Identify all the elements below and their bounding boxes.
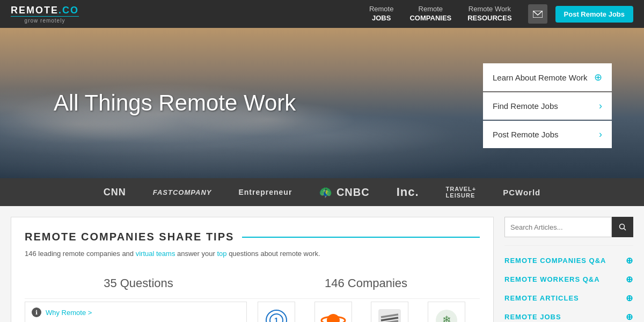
search-icon: [619, 223, 626, 231]
hero-title: All Things Remote Work: [0, 90, 483, 116]
1password-svg: 1: [265, 309, 288, 322]
nav-area: RemoteJOBS RemoteCOMPANIES Remote WorkRE…: [369, 4, 633, 24]
section-description: 146 leading remote companies and virtual…: [25, 250, 480, 258]
nav-resources[interactable]: Remote WorkRESOURCES: [467, 5, 511, 23]
learn-btn-label: Learn About Remote Work: [493, 73, 587, 82]
remote-jobs-label: REMOTE JOBS: [504, 313, 561, 321]
svg-text:1: 1: [274, 316, 279, 322]
saturn-svg: [319, 309, 347, 322]
logo-text: REMOTE.CO: [11, 5, 79, 16]
post-btn-label: Post Remote Jobs: [493, 130, 559, 139]
virtual-teams-link[interactable]: virtual teams: [136, 250, 175, 258]
remote-workers-qa-label: REMOTE WORKERS Q&A: [504, 275, 600, 283]
search-input[interactable]: [504, 217, 612, 237]
inc-logo: Inc.: [397, 185, 419, 199]
top-link[interactable]: top: [217, 250, 226, 258]
mail-icon[interactable]: [528, 4, 547, 24]
desc-text-2: answer your: [175, 250, 217, 258]
travel-leisure-logo: TRAVEL+LEISURE: [446, 186, 477, 199]
nbc-logo: 🦚 CNBC: [319, 186, 369, 199]
remote-companies-qa-label: REMOTE COMPANIES Q&A: [504, 257, 606, 265]
nav-resources-label: RESOURCES: [467, 14, 511, 23]
companies-column: 1: [258, 302, 480, 322]
svg-text:❄: ❄: [442, 314, 451, 322]
remote-companies-qa-link[interactable]: REMOTE COMPANIES Q&A ⊕: [504, 251, 633, 270]
logo-sub: grow remotely: [11, 16, 79, 24]
company-logo-saturn[interactable]: [314, 302, 352, 322]
questions-stat: 35 Questions: [25, 268, 252, 299]
plus-icon-3: ⊕: [626, 293, 633, 303]
chevron-right-icon-2: ›: [599, 129, 602, 140]
logo-area[interactable]: REMOTE.CO grow remotely: [11, 5, 79, 24]
cnn-logo: CNN: [104, 187, 126, 198]
entrepreneur-logo: Entrepreneur: [238, 188, 292, 196]
desc-text-3: questions about remote work.: [227, 250, 320, 258]
info-icon: ℹ: [32, 308, 41, 317]
desc-text-1: 146 leading remote companies and: [25, 250, 136, 258]
nav-icons: Post Remote Jobs: [528, 4, 633, 24]
remote-articles-label: REMOTE ARTICLES: [504, 294, 579, 302]
snowflake-svg: ❄: [435, 309, 458, 322]
nav-jobs-label: JOBS: [369, 14, 394, 23]
hero-actions: Learn About Remote Work ⊕ Find Remote Jo…: [483, 63, 612, 148]
learn-about-remote-work-button[interactable]: Learn About Remote Work ⊕: [483, 63, 612, 91]
pcworld-logo: PCWorld: [503, 188, 540, 197]
why-remote-link[interactable]: ℹ Why Remote >: [25, 302, 247, 322]
section-title: REMOTE COMPANIES SHARE TIPS: [25, 231, 480, 243]
company-logo-snowflake[interactable]: ❄: [428, 302, 465, 322]
svg-line-21: [624, 229, 626, 231]
remote-workers-qa-link[interactable]: REMOTE WORKERS Q&A ⊕: [504, 270, 633, 289]
envelope-svg: [533, 11, 543, 18]
stats-row: 35 Questions 146 Companies: [25, 268, 480, 299]
hero-section: All Things Remote Work Learn About Remot…: [0, 28, 644, 178]
header: REMOTE.CO grow remotely RemoteJOBS Remot…: [0, 0, 644, 28]
search-box: [504, 217, 633, 237]
company-logo-stripe[interactable]: [371, 302, 408, 322]
left-panel: REMOTE COMPANIES SHARE TIPS 146 leading …: [11, 217, 494, 322]
stripe-svg: [378, 309, 401, 322]
right-panel: REMOTE COMPANIES Q&A ⊕ REMOTE WORKERS Q&…: [504, 217, 633, 322]
companies-stat: 146 Companies: [252, 268, 480, 299]
sidebar-section-links: REMOTE COMPANIES Q&A ⊕ REMOTE WORKERS Q&…: [504, 245, 633, 322]
find-btn-label: Find Remote Jobs: [493, 101, 558, 111]
nav-jobs[interactable]: RemoteJOBS: [369, 5, 394, 23]
plus-icon-4: ⊕: [626, 312, 633, 322]
find-remote-jobs-button[interactable]: Find Remote Jobs ›: [483, 92, 612, 120]
chevron-right-icon: ›: [599, 100, 602, 112]
logo-dot: .CO: [58, 5, 79, 16]
svg-point-4: [327, 314, 340, 322]
media-bar: CNN FASTCOMPANY Entrepreneur 🦚 CNBC Inc.…: [0, 178, 644, 206]
remote-jobs-link[interactable]: REMOTE JOBS ⊕: [504, 308, 633, 322]
main-content: REMOTE COMPANIES SHARE TIPS 146 leading …: [0, 206, 644, 322]
questions-companies-row: ℹ Why Remote > 👤 Hiring Remotely > 1: [25, 302, 480, 322]
search-button[interactable]: [612, 217, 633, 237]
plus-icon-2: ⊕: [626, 274, 633, 284]
post-remote-jobs-hero-button[interactable]: Post Remote Jobs ›: [483, 121, 612, 148]
nav-companies[interactable]: RemoteCOMPANIES: [409, 5, 451, 23]
company-logo-1password[interactable]: 1: [258, 302, 295, 322]
nav-companies-label: COMPANIES: [409, 14, 451, 23]
svg-point-20: [620, 224, 625, 229]
why-remote-label: Why Remote >: [46, 309, 92, 317]
plus-icon-1: ⊕: [626, 255, 633, 266]
plus-circle-icon: ⊕: [594, 71, 602, 83]
fastcompany-logo: FASTCOMPANY: [153, 188, 212, 196]
post-remote-jobs-button[interactable]: Post Remote Jobs: [555, 6, 633, 23]
remote-articles-link[interactable]: REMOTE ARTICLES ⊕: [504, 289, 633, 308]
questions-column: ℹ Why Remote > 👤 Hiring Remotely >: [25, 302, 247, 322]
